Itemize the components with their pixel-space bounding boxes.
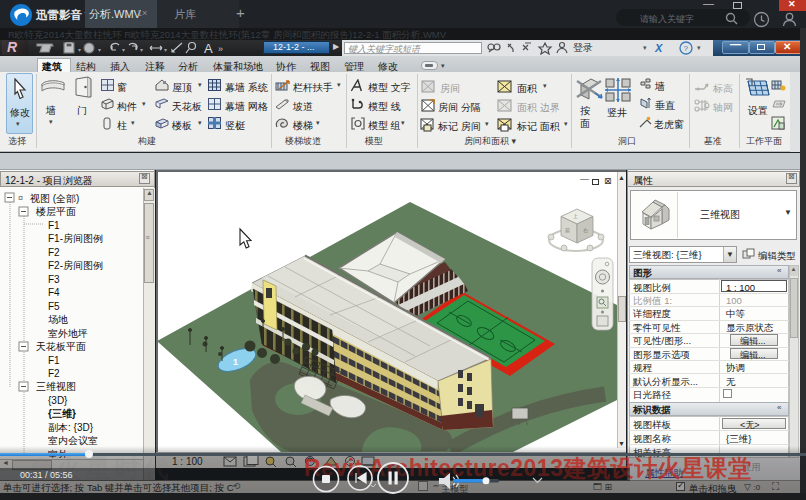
svg-text:室内会议室: 室内会议室 [48, 435, 98, 446]
svg-text:1: 1 [233, 357, 238, 367]
svg-text:副本: {3D}: 副本: {3D} [48, 422, 94, 433]
svg-text:F1: F1 [48, 355, 60, 366]
svg-text:F1-房间图例: F1-房间图例 [48, 233, 103, 244]
svg-text:¤: ¤ [18, 193, 23, 203]
svg-text:F5: F5 [48, 301, 60, 312]
svg-text:▾: ▾ [98, 47, 101, 53]
svg-text:▾: ▾ [697, 44, 701, 51]
svg-text:▾: ▾ [643, 44, 647, 51]
svg-text:F2: F2 [48, 368, 60, 379]
svg-text:F3: F3 [48, 274, 60, 285]
svg-text:F2: F2 [48, 247, 60, 258]
svg-text:?: ? [684, 44, 689, 53]
svg-text:▾: ▾ [122, 47, 125, 53]
svg-text:室外地坪: 室外地坪 [48, 328, 88, 339]
svg-text:»: » [218, 44, 223, 54]
svg-text:▾: ▾ [140, 47, 143, 53]
svg-text:登录: 登录 [573, 42, 593, 53]
svg-text:场地: 场地 [48, 314, 68, 325]
svg-text:{三维}: {三维} [48, 408, 76, 419]
svg-text:上: 上 [573, 213, 578, 219]
svg-text:F4: F4 [48, 287, 60, 298]
svg-text:天花板平面: 天花板平面 [36, 341, 86, 352]
svg-text:视图 (全部): 视图 (全部) [30, 193, 79, 204]
svg-text:{3D}: {3D} [48, 395, 68, 406]
svg-text:前: 前 [565, 227, 570, 233]
svg-text:F2-房间图例: F2-房间图例 [48, 260, 103, 271]
svg-text:三维视图: 三维视图 [36, 381, 76, 392]
svg-text:F1: F1 [48, 220, 60, 231]
svg-text:▾: ▾ [164, 47, 167, 53]
svg-text:右: 右 [583, 227, 588, 233]
svg-text:▾: ▾ [78, 47, 81, 53]
svg-text:X: X [654, 42, 663, 54]
svg-text:A: A [204, 41, 213, 56]
svg-text:楼层平面: 楼层平面 [35, 206, 76, 217]
